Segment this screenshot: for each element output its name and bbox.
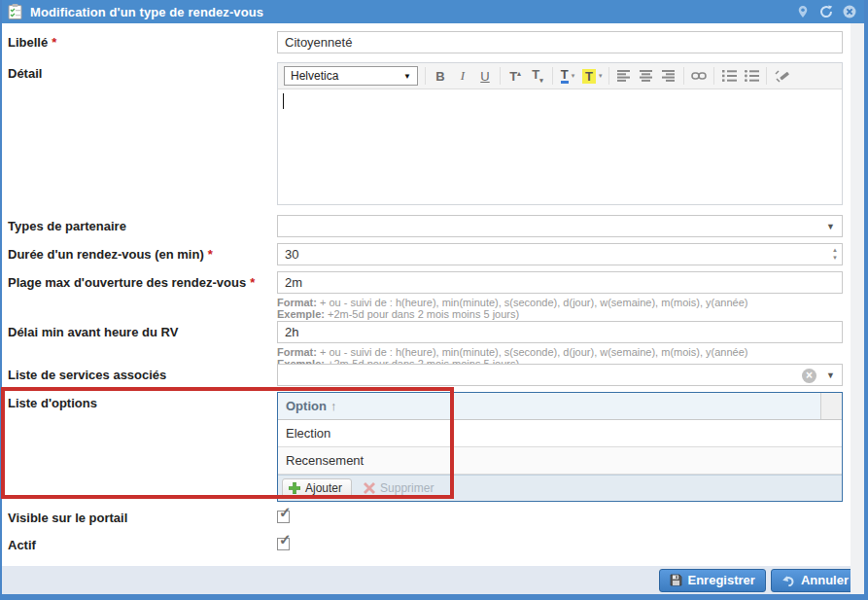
caret-small-icon: ▾ — [572, 72, 575, 80]
dialog-titlebar: Modification d'un type de rendez-vous — [0, 0, 868, 23]
align-center-icon — [640, 70, 653, 82]
toolbar-separator — [425, 67, 426, 85]
pin-icon[interactable] — [796, 5, 810, 18]
duree-label: Durée d'un rendez-vous (en min) — [8, 247, 204, 262]
refresh-icon[interactable] — [819, 5, 833, 18]
field-row-services: Liste de services associés × ▼ — [8, 364, 843, 386]
toolbar-separator — [500, 67, 501, 85]
field-row-plage-max: Plage max d'ouverture des rendez-vous* F… — [8, 271, 843, 320]
toolbar-separator — [766, 67, 767, 85]
toolbar-separator — [608, 67, 609, 85]
align-right-icon — [662, 70, 676, 82]
ordered-list-button[interactable] — [721, 66, 737, 86]
bullet-list-icon — [745, 70, 759, 82]
libelle-label: Libellé — [8, 35, 48, 50]
check-icon: ✓ — [279, 504, 292, 521]
code-pencil-icon — [775, 70, 789, 83]
dialog-border-bottom — [0, 594, 868, 600]
check-icon: ✓ — [279, 531, 292, 548]
options-table-header: Option↑ — [278, 393, 842, 420]
plage-max-label: Plage max d'ouverture des rendez-vous — [8, 275, 246, 290]
options-label: Liste d'options — [8, 396, 97, 410]
link-icon — [691, 71, 707, 81]
field-row-duree: Durée d'un rendez-vous (en min)* ▲ ▼ — [8, 243, 843, 265]
field-row-visible-portail: Visible sur le portail ✓ — [8, 510, 843, 527]
bullet-list-button[interactable] — [744, 66, 759, 86]
visible-portail-label: Visible sur le portail — [8, 511, 127, 525]
option-row[interactable]: Election — [278, 420, 842, 447]
cancel-button[interactable]: Annuler — [771, 569, 859, 592]
add-option-button[interactable]: Ajouter — [282, 478, 352, 498]
required-asterisk: * — [208, 247, 213, 262]
required-asterisk: * — [52, 35, 56, 50]
actif-label: Actif — [8, 538, 36, 552]
plus-icon — [289, 482, 300, 494]
libelle-input[interactable] — [277, 31, 843, 53]
text-color-button[interactable]: T▾ — [560, 66, 575, 86]
field-row-types-partenaire: Types de partenaire ▼ — [8, 215, 843, 237]
richtext-editor: Helvetica ▼ B I U T▴ T▾ T▾ T▾ — [277, 62, 843, 205]
italic-button[interactable]: I — [455, 66, 470, 86]
clipboard-check-icon — [8, 4, 22, 19]
options-table-toolbar: Ajouter Supprimer — [278, 475, 842, 501]
sort-asc-icon: ↑ — [330, 399, 337, 413]
close-icon[interactable] — [843, 5, 856, 18]
align-center-button[interactable] — [639, 66, 654, 86]
toolbar-separator — [683, 67, 684, 85]
editor-toolbar: Helvetica ▼ B I U T▴ T▾ T▾ T▾ — [278, 63, 842, 89]
option-row[interactable]: Recensement — [278, 447, 842, 475]
header-utility-cell — [820, 393, 842, 419]
plage-max-input[interactable] — [277, 271, 843, 294]
delai-min-label: Délai min avant heure du RV — [8, 325, 178, 339]
types-partenaire-select[interactable]: ▼ — [277, 215, 843, 237]
delete-option-button[interactable]: Supprimer — [357, 478, 443, 498]
titlebar-actions — [796, 5, 860, 18]
save-button[interactable]: Enregistrer — [659, 569, 766, 592]
spin-down-icon[interactable]: ▼ — [832, 254, 838, 262]
detail-label: Détail — [8, 66, 42, 81]
delai-min-input[interactable] — [277, 321, 843, 343]
field-row-options: Liste d'options Option↑ Election Recense… — [8, 392, 843, 502]
caret-down-icon: ▼ — [403, 72, 411, 81]
font-size-up-button[interactable]: T▴ — [507, 66, 523, 86]
dialog-title: Modification d'un type de rendez-vous — [30, 5, 263, 19]
underline-button[interactable]: U — [477, 66, 493, 86]
save-floppy-icon — [670, 574, 682, 586]
spin-up-icon[interactable]: ▲ — [832, 246, 838, 254]
dialog-border-left — [0, 0, 2, 600]
services-select[interactable]: × ▼ — [277, 364, 843, 386]
column-header-option[interactable]: Option↑ — [278, 393, 820, 419]
caret-down-icon: ▼ — [826, 223, 835, 230]
source-edit-button[interactable] — [774, 66, 789, 86]
font-family-value: Helvetica — [291, 69, 338, 83]
actif-checkbox[interactable]: ✓ — [277, 538, 290, 550]
options-table: Option↑ Election Recensement Ajouter Sup… — [277, 392, 843, 502]
insert-link-button[interactable] — [691, 66, 707, 86]
field-row-libelle: Libellé* — [8, 31, 843, 53]
scrollbar-track[interactable] — [851, 23, 864, 594]
align-right-button[interactable] — [661, 66, 677, 86]
visible-portail-checkbox[interactable]: ✓ — [277, 511, 290, 523]
ordered-list-icon — [722, 70, 737, 82]
dialog-footer: Enregistrer Annuler — [0, 566, 868, 594]
edit-appointment-type-dialog: Modification d'un type de rendez-vous Li… — [0, 0, 868, 600]
field-row-delai-min: Délai min avant heure du RV Format: + ou… — [8, 321, 843, 370]
font-size-down-button[interactable]: T▾ — [530, 66, 545, 86]
format-help-text: Format: + ou - suivi de : h(heure), min(… — [277, 297, 843, 320]
delete-x-icon — [364, 482, 375, 494]
align-left-button[interactable] — [616, 66, 632, 86]
font-family-select[interactable]: Helvetica ▼ — [284, 66, 418, 86]
required-asterisk: * — [250, 275, 255, 290]
richtext-content[interactable] — [278, 89, 842, 204]
number-spinner[interactable]: ▲ ▼ — [832, 246, 838, 262]
clear-icon[interactable]: × — [802, 369, 816, 383]
highlight-color-button[interactable]: T▾ — [582, 66, 602, 86]
field-row-detail: Détail Helvetica ▼ B I U T▴ T▾ T▾ — [8, 62, 843, 205]
undo-arrow-icon — [781, 575, 795, 586]
toolbar-separator — [552, 67, 553, 85]
duree-input[interactable] — [277, 243, 843, 265]
field-row-actif: Actif ✓ — [8, 537, 843, 554]
bold-button[interactable]: B — [433, 66, 448, 86]
text-cursor — [283, 93, 284, 109]
caret-down-icon: ▼ — [826, 371, 835, 379]
